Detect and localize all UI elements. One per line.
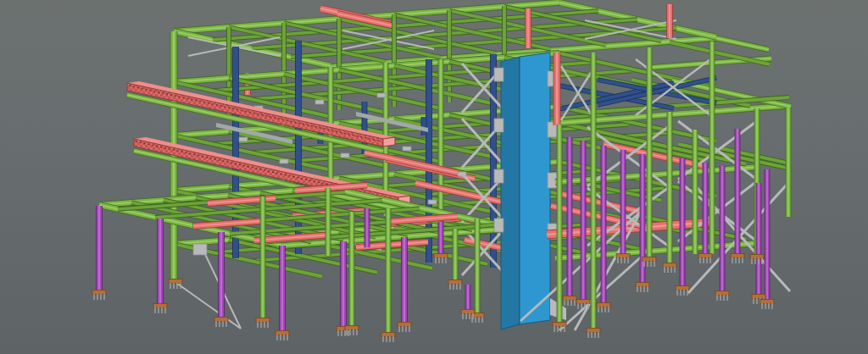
structural-model-canvas[interactable] <box>0 0 868 354</box>
model-viewport[interactable] <box>0 0 868 354</box>
layer-column-bases <box>92 254 774 343</box>
